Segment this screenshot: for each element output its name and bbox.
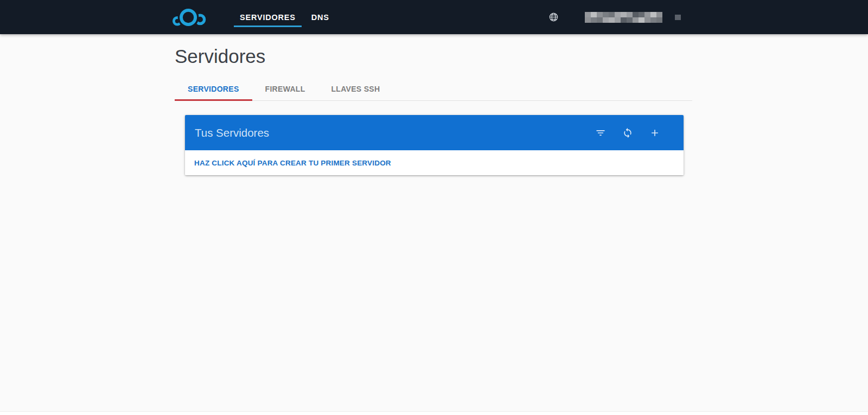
empty-state-row: HAZ CLICK AQUÍ PARA CREAR TU PRIMER SERV… (185, 150, 684, 175)
cloud-logo[interactable] (172, 7, 207, 28)
nav-item-dns[interactable]: DNS (305, 0, 335, 34)
panel-actions (587, 122, 668, 144)
filter-icon[interactable] (587, 122, 614, 144)
create-first-server-link[interactable]: HAZ CLICK AQUÍ PARA CREAR TU PRIMER SERV… (194, 159, 391, 167)
servers-panel-header: Tus Servidores (185, 115, 684, 150)
redacted-menu-caret (675, 15, 681, 20)
page-title: Servidores (175, 34, 693, 68)
redacted-username[interactable] (585, 12, 662, 23)
cloud-logo-icon (172, 7, 207, 28)
tab-llaves-ssh[interactable]: LLAVES SSH (318, 78, 393, 100)
footer-strip (0, 411, 868, 415)
tab-servidores[interactable]: SERVIDORES (175, 78, 252, 100)
nav-item-servidores[interactable]: SERVIDORES (234, 0, 302, 34)
tab-firewall[interactable]: FIREWALL (252, 78, 318, 100)
navbar-right (548, 0, 681, 34)
main-nav: SERVIDORES DNS (234, 0, 339, 34)
main-content: Servidores SERVIDORES FIREWALL LLAVES SS… (0, 34, 693, 175)
servers-panel: Tus Servidores (185, 115, 684, 175)
panel-title: Tus Servidores (195, 126, 269, 139)
add-icon[interactable] (641, 122, 668, 144)
top-navbar: SERVIDORES DNS (0, 0, 868, 34)
refresh-icon[interactable] (614, 122, 641, 144)
language-globe-icon[interactable] (548, 12, 559, 22)
section-tabs: SERVIDORES FIREWALL LLAVES SSH (175, 78, 692, 101)
